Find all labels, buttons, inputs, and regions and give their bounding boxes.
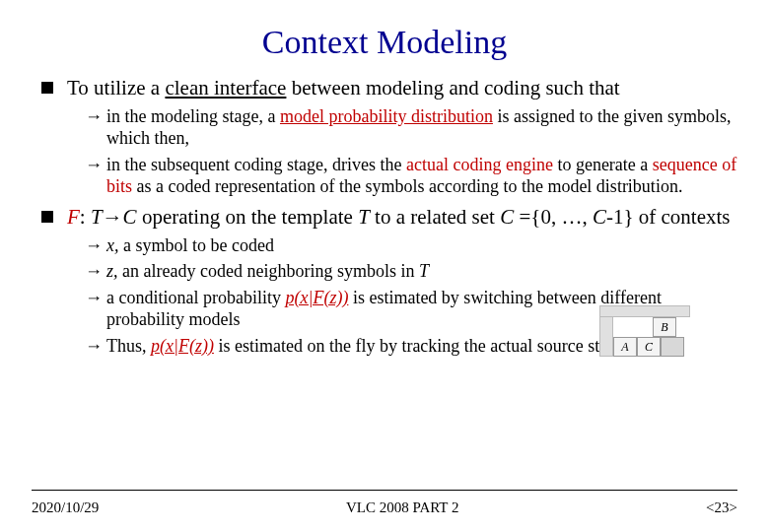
sub-bullet: in the subsequent coding stage, drives t… (85, 154, 737, 198)
sub-bullet: in the modeling stage, a model probabili… (85, 105, 737, 150)
cell-C: C (637, 337, 661, 357)
footer-divider (32, 490, 737, 491)
text: to a related set (370, 205, 500, 229)
slide-title: Context Modeling (32, 24, 737, 61)
text: To utilize a (67, 76, 165, 100)
text: is estimated on the fly by tracking the … (214, 336, 654, 356)
text: between modeling and coding such that (286, 76, 619, 100)
sub-bullet: z, an already coded neighboring symbols … (85, 260, 737, 283)
text: Thus, (106, 336, 151, 356)
text: an already coded neighboring symbols in (118, 261, 419, 281)
prob-expr: p(x|F(z)) (151, 336, 214, 356)
bullet-1: To utilize a clean interface between mod… (41, 75, 737, 198)
template-diagram: B A C (599, 305, 690, 357)
set-T: T (419, 261, 429, 281)
sub-bullet: x, a symbol to be coded (85, 234, 737, 257)
set-C: C (123, 205, 137, 229)
clean-interface: clean interface (165, 76, 286, 100)
text: operating on the template (137, 205, 359, 229)
arrow-icon: → (103, 205, 123, 229)
text: -1} of contexts (606, 205, 731, 229)
cell-A: A (613, 337, 637, 357)
cell-target (661, 337, 684, 357)
prob-expr: p(x|F(z)) (285, 288, 348, 307)
func-F: F (67, 205, 80, 229)
text: to generate a (553, 155, 653, 174)
text: in the subsequent coding stage, drives t… (106, 155, 406, 174)
set-T: T (91, 205, 103, 229)
slide-footer: 2020/10/29 VLC 2008 PART 2 <23> (32, 499, 737, 516)
cell-B: B (653, 317, 676, 337)
var-x: x, (106, 235, 119, 255)
text: a symbol to be coded (119, 235, 274, 255)
footer-date: 2020/10/29 (32, 499, 99, 516)
set-C: C (500, 205, 514, 229)
var-z: z, (106, 261, 118, 281)
text: as a coded representation of the symbols… (132, 176, 682, 196)
footer-page: <23> (706, 499, 737, 516)
text: a conditional probability (106, 288, 285, 307)
set-C: C (593, 205, 606, 229)
footer-center: VLC 2008 PART 2 (346, 499, 459, 516)
highlight: model probability distribution (280, 106, 493, 126)
text: : (80, 205, 91, 229)
set-T: T (358, 205, 370, 229)
slide-content: Context Modeling To utilize a clean inte… (0, 0, 769, 532)
sub-list-1: in the modeling stage, a model probabili… (67, 105, 737, 198)
text: ={0, …, (514, 205, 593, 229)
text: in the modeling stage, a (106, 106, 280, 126)
highlight: actual coding engine (406, 155, 553, 174)
